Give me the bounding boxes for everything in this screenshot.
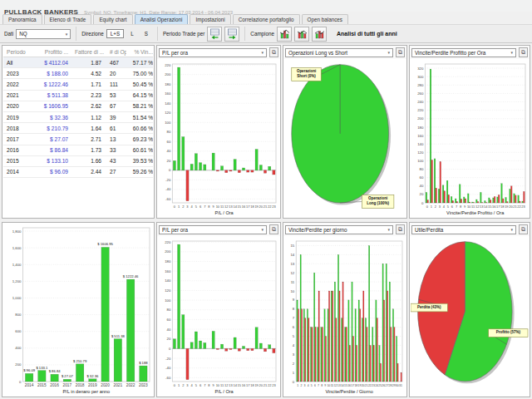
chart-selector[interactable]: P/L per ora ▾ [159, 225, 267, 234]
svg-text:800: 800 [15, 313, 22, 317]
cell: 2020 [3, 101, 28, 111]
svg-text:9: 9 [293, 298, 295, 302]
copy-chart-button[interactable]: ⧉ [519, 47, 528, 57]
sample-out-button[interactable] [312, 27, 327, 42]
svg-text:15: 15 [290, 244, 294, 248]
cell: $ 86.84 [28, 145, 71, 155]
svg-text:2023: 2023 [139, 383, 148, 387]
chart-selector[interactable]: P/L per ora ▾ [159, 48, 267, 57]
cell: 1.87 [71, 57, 105, 68]
svg-text:7: 7 [318, 384, 319, 387]
toolbar-separator [76, 27, 76, 41]
cell: 57.17 % [126, 57, 153, 68]
svg-text:23: 23 [272, 383, 276, 387]
tab-panoramica[interactable]: Panoramica [2, 14, 42, 24]
svg-text:5: 5 [447, 204, 450, 209]
table-row[interactable]: 2017$ 27.072.711369.23 % [3, 134, 153, 145]
content-area: PeriodoProfitto ...Fattore di ...# di Op… [0, 43, 532, 399]
svg-text:23: 23 [272, 204, 276, 209]
cell: 2022 [3, 79, 28, 90]
cell: 33 [105, 145, 126, 155]
svg-text:0: 0 [293, 380, 295, 384]
copy-chart-button[interactable]: ⧉ [396, 47, 405, 57]
close-time-button[interactable] [224, 27, 239, 42]
copy-chart-button[interactable]: ⧉ [269, 47, 278, 57]
column-header[interactable]: % Vin... [126, 47, 153, 57]
long-vs-short-panel: Operazioni Long vs Short ▾ ⧉ OperazioniS… [283, 45, 407, 219]
svg-text:14: 14 [290, 253, 294, 257]
sample-chart-icon [314, 28, 325, 39]
cell: 2.44 [71, 166, 105, 177]
tab-open-balances[interactable]: Open balances [302, 14, 348, 24]
app-window: PULLBACK BANKERSSymbol: NQ, Timeframe: H… [0, 0, 532, 399]
sample-in-button[interactable] [294, 27, 309, 42]
sample-all-button[interactable] [277, 27, 292, 42]
copy-chart-button[interactable]: ⧉ [269, 224, 278, 234]
svg-text:1,000: 1,000 [12, 296, 22, 300]
table-row[interactable]: 2022$ 1222.461.7111150.45 % [3, 79, 153, 90]
direction-long-button[interactable]: L [126, 29, 138, 38]
tab-equity-chart[interactable]: Equity chart [93, 14, 132, 24]
column-header[interactable]: # di Ope... [105, 47, 126, 57]
svg-text:-40: -40 [165, 366, 171, 370]
copy-chart-button[interactable]: ⧉ [519, 224, 528, 234]
dati-select[interactable]: NQ ▾ [16, 29, 71, 39]
chart-selector-value: Vincite/Perdite per giorno [288, 227, 347, 233]
table-row[interactable]: 2020$ 1606.952.626758.21 % [3, 101, 153, 111]
copy-chart-button[interactable]: ⧉ [396, 224, 405, 234]
svg-text:20: 20 [167, 337, 171, 341]
cell: $ 188.00 [28, 68, 71, 79]
svg-text:160: 160 [165, 91, 171, 96]
chevron-down-icon: ▾ [66, 32, 68, 37]
table-row[interactable]: All$ 4112.041.8746757.17 % [3, 57, 153, 68]
pl-per-ora-panel-top: P/L per ora ▾ ⧉ -60-40-20020406080100120… [156, 45, 281, 219]
tab-correlazione-portafoglio[interactable]: Correlazione portafoglio [233, 14, 300, 24]
table-row[interactable]: 2015$ 133.101.664339.53 % [3, 155, 153, 166]
svg-text:9: 9 [324, 384, 326, 387]
chart-selector[interactable]: Vincite/Perdite Profitto per Ora ▾ [411, 48, 516, 57]
table-row[interactable]: 2014$ 96.092.442759.26 % [3, 166, 153, 177]
svg-text:P/L in denaro per anno: P/L in denaro per anno [62, 389, 110, 394]
chart-selector[interactable]: Operazioni Long vs Short ▾ [285, 48, 393, 57]
svg-text:100: 100 [165, 121, 171, 125]
open-time-button[interactable] [207, 27, 222, 42]
svg-text:8: 8 [293, 307, 295, 311]
chart-selector[interactable]: Vincite/Perdite per giorno ▾ [285, 225, 393, 234]
table-row[interactable]: 2016$ 86.841.733360.61 % [3, 145, 153, 155]
cell: 69.23 % [126, 134, 153, 145]
svg-text:0: 0 [421, 201, 424, 205]
svg-text:8: 8 [208, 204, 210, 209]
tab-analisi-operazioni[interactable]: Analisi Operazioni [135, 14, 189, 24]
svg-text:2: 2 [182, 204, 185, 209]
table-row[interactable]: 2018$ 210.791.646160.66 % [3, 123, 153, 134]
svg-text:60: 60 [167, 318, 171, 322]
direction-long-short-button[interactable]: L+S [106, 29, 124, 38]
tab-impostazioni[interactable]: Impostazioni [190, 14, 230, 24]
cell: 2.62 [71, 101, 105, 111]
svg-text:120: 120 [417, 150, 424, 155]
table-row[interactable]: 2023$ 188.004.522075.00 % [3, 68, 153, 79]
column-header[interactable]: Profitto ... [28, 47, 71, 57]
column-header[interactable]: Periodo [3, 47, 28, 57]
svg-text:20: 20 [420, 192, 424, 196]
svg-text:200: 200 [165, 72, 171, 76]
cell: 50.45 % [126, 79, 153, 90]
svg-text:2: 2 [293, 362, 295, 366]
table-row[interactable]: 2019$ 32.361.123951.54 % [3, 111, 153, 122]
chart-selector[interactable]: Utile/Perdita ▾ [411, 225, 516, 234]
table-row[interactable]: 2021$ 511.382.235364.15 % [3, 90, 153, 101]
cell: 39 [105, 111, 126, 122]
svg-text:3: 3 [186, 204, 189, 209]
win-loss-day-panel: Vincite/Perdite per giorno ▾ ⧉ 012345678… [283, 222, 407, 397]
cell: $ 4112.04 [28, 57, 71, 68]
tab-elenco-di-trade[interactable]: Elenco di Trade [44, 14, 92, 24]
column-header[interactable]: Fattore di ... [71, 47, 105, 57]
svg-text:140: 140 [165, 101, 171, 106]
long-vs-short-pie: OperazioniShort (0%)OperazioniLong (100%… [284, 60, 406, 217]
svg-text:6: 6 [200, 204, 202, 209]
svg-text:60: 60 [420, 175, 424, 180]
svg-text:40: 40 [167, 149, 171, 153]
direction-short-button[interactable]: S [140, 29, 152, 38]
svg-text:2022: 2022 [126, 383, 135, 387]
svg-text:180: 180 [165, 82, 171, 86]
